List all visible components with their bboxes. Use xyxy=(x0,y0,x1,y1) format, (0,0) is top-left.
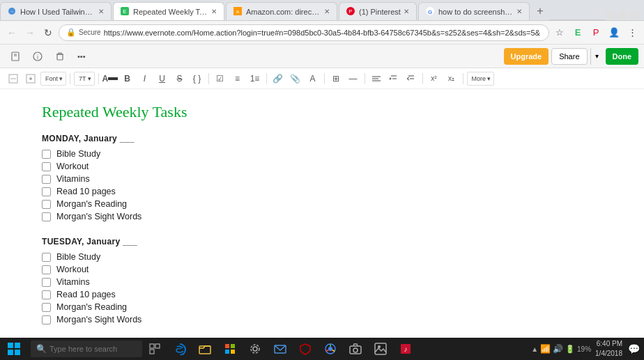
delete-button[interactable] xyxy=(50,48,70,65)
tab-favicon-3: a xyxy=(233,7,243,17)
svg-point-43 xyxy=(328,347,332,351)
mail-button[interactable] xyxy=(268,338,293,360)
task-checkbox[interactable] xyxy=(42,200,51,209)
italic-button[interactable]: I xyxy=(137,71,153,86)
battery-icon[interactable]: 🔋 xyxy=(565,345,575,354)
outdent-button[interactable] xyxy=(404,71,419,86)
day-header-monday: MONDAY, January ___ xyxy=(42,134,602,143)
font-dropdown[interactable]: Font ▾ xyxy=(40,72,66,86)
explorer-button[interactable] xyxy=(192,338,217,360)
tab-4[interactable]: P (1) Pinterest ✕ xyxy=(339,2,417,20)
tab-5[interactable]: G how to do screenshot o... ✕ xyxy=(418,2,530,20)
profile-button[interactable]: 👤 xyxy=(606,25,622,40)
note-title: Repeated Weekly Tasks xyxy=(42,103,602,121)
size-dropdown[interactable]: 7T ▾ xyxy=(74,72,95,86)
task-checkbox[interactable] xyxy=(42,253,51,262)
task-checkbox[interactable] xyxy=(42,315,51,324)
up-arrow-icon[interactable]: ▲ xyxy=(531,345,538,353)
tab-2[interactable]: E Repeated Weekly Tasks ... ✕ xyxy=(113,2,224,20)
more-menu-button[interactable]: ⋮ xyxy=(624,25,640,40)
bullets-button[interactable]: ≡ xyxy=(230,71,245,86)
tab-close-4[interactable]: ✕ xyxy=(404,8,409,15)
indent-button[interactable] xyxy=(386,71,401,86)
text-color-button[interactable]: A xyxy=(102,71,118,86)
dash-button[interactable]: — xyxy=(346,71,361,86)
attach-button[interactable]: 📎 xyxy=(288,71,303,86)
table-button[interactable]: ⊞ xyxy=(328,71,344,86)
task-checkbox[interactable] xyxy=(42,162,51,171)
music-button[interactable]: ♪ xyxy=(393,338,418,360)
chrome-button[interactable] xyxy=(318,338,343,360)
photos-button[interactable] xyxy=(368,338,393,360)
bookmark-button[interactable]: ☆ xyxy=(552,25,567,40)
close-window-button[interactable] xyxy=(630,10,640,20)
network-icon[interactable]: 📶 xyxy=(540,344,551,354)
task-checkbox[interactable] xyxy=(42,265,51,274)
back-button[interactable]: ← xyxy=(4,25,20,40)
tab-close-5[interactable]: ✕ xyxy=(516,8,522,15)
volume-icon[interactable]: 🔊 xyxy=(553,344,563,354)
task-checkbox[interactable] xyxy=(42,290,51,299)
subscript-button[interactable]: x₂ xyxy=(444,71,459,86)
bold-button[interactable]: B xyxy=(120,71,135,86)
task-item: Vitamins xyxy=(42,174,602,184)
tab-favicon-5: G xyxy=(426,7,436,17)
camera-button[interactable] xyxy=(343,338,368,360)
task-item: Morgan's Reading xyxy=(42,302,602,312)
highlight-button[interactable]: A xyxy=(305,71,321,86)
svg-rect-30 xyxy=(15,350,20,355)
info-button[interactable]: i xyxy=(28,48,47,65)
store-button[interactable] xyxy=(217,338,243,360)
upgrade-button[interactable]: Upgrade xyxy=(504,48,549,65)
tab-3[interactable]: a Amazon.com: direct tv m ... ✕ xyxy=(226,2,337,20)
windows-start-button[interactable] xyxy=(0,338,28,360)
task-checkbox[interactable] xyxy=(42,175,51,184)
settings-button[interactable] xyxy=(243,338,268,360)
taskview-button[interactable] xyxy=(142,338,167,360)
notification-button[interactable]: 💬 xyxy=(628,343,640,354)
share-button[interactable]: Share xyxy=(551,48,587,65)
align-button[interactable] xyxy=(369,71,384,86)
refresh-button[interactable]: ↻ xyxy=(40,25,56,40)
underline-button[interactable]: U xyxy=(155,71,170,86)
tab-close-1[interactable]: ✕ xyxy=(98,8,104,15)
task-checkbox[interactable] xyxy=(42,187,51,196)
code-button[interactable]: { } xyxy=(190,71,205,86)
task-checkbox[interactable] xyxy=(42,303,51,312)
notebook-button[interactable] xyxy=(6,48,25,65)
done-button[interactable]: Done xyxy=(606,48,639,65)
more-dropdown[interactable]: More ▾ xyxy=(467,72,495,86)
superscript-button[interactable]: x² xyxy=(427,71,442,86)
share-dropdown-button[interactable]: ▾ xyxy=(590,48,603,65)
tab-close-2[interactable]: ✕ xyxy=(211,8,217,15)
tab-1[interactable]: → How I Used Tailwind to ... ✕ xyxy=(0,2,112,20)
task-checkbox[interactable] xyxy=(42,278,51,287)
svg-text:P: P xyxy=(348,8,352,15)
strikethrough-button[interactable]: S xyxy=(172,71,187,86)
taskbar-datetime[interactable]: 6:40 PM 1/4/2018 xyxy=(595,339,622,359)
security-button[interactable] xyxy=(293,338,318,360)
new-tab-button[interactable]: + xyxy=(531,2,549,20)
pinterest-button[interactable]: P xyxy=(588,25,604,40)
svg-rect-28 xyxy=(15,343,20,348)
format-separator-4 xyxy=(266,73,267,84)
tab-close-3[interactable]: ✕ xyxy=(324,8,330,15)
task-checkbox[interactable] xyxy=(42,212,51,221)
taskbar-search-input[interactable] xyxy=(49,345,133,353)
taskbar-search-box[interactable]: 🔍 xyxy=(31,341,142,357)
forward-button[interactable]: → xyxy=(22,25,38,40)
more-options-button[interactable]: ••• xyxy=(72,48,91,65)
checkbox-button[interactable]: ☑ xyxy=(213,71,228,86)
more-label: More xyxy=(472,75,486,82)
format-option-1[interactable] xyxy=(6,71,21,86)
numbering-button[interactable]: 1≡ xyxy=(247,71,263,86)
minimize-button[interactable] xyxy=(605,10,615,20)
maximize-button[interactable] xyxy=(618,10,627,20)
format-separator-6 xyxy=(365,73,365,84)
format-option-2[interactable] xyxy=(23,71,38,86)
address-field[interactable]: 🔒 Secure https://www.evernote.com/Home.a… xyxy=(59,24,549,41)
evernote-clipper-button[interactable]: E xyxy=(570,25,585,40)
task-checkbox[interactable] xyxy=(42,150,51,159)
link-button[interactable]: 🔗 xyxy=(270,71,286,86)
edge-button[interactable] xyxy=(167,338,192,360)
